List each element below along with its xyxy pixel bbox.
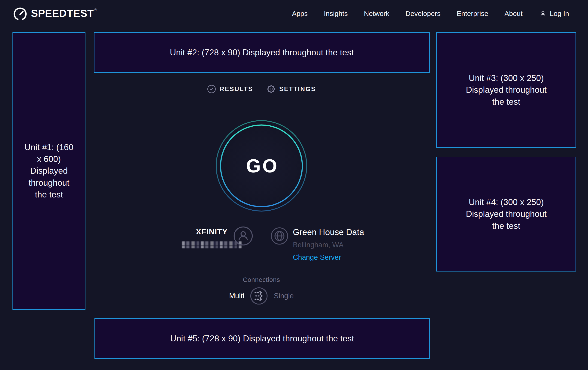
ad-unit-4[interactable]: Unit #4: (300 x 250) Displayed throughou… xyxy=(436,157,576,271)
connections-single-label[interactable]: Single xyxy=(274,292,294,300)
nav-menu: Apps Insights Network Developers Enterpr… xyxy=(292,10,569,18)
ad-unit-3-text: Unit #3: (300 x 250) Displayed throughou… xyxy=(460,72,552,108)
isp-block: XFINITY xyxy=(182,227,242,248)
connections-label: Connections xyxy=(243,276,280,283)
tab-results[interactable]: RESULTS xyxy=(207,84,253,94)
change-server-link[interactable]: Change Server xyxy=(293,253,341,261)
top-nav-bar: SPEEDTEST® Apps Insights Network Develop… xyxy=(0,0,588,27)
server-location: Bellingham, WA xyxy=(293,241,343,249)
gear-icon xyxy=(266,84,276,94)
ad-unit-5-text: Unit #5: (728 x 90) Displayed throughout… xyxy=(170,333,354,344)
avatar-icon xyxy=(233,226,253,246)
tab-settings-label: SETTINGS xyxy=(279,86,316,93)
isp-name: XFINITY xyxy=(196,227,228,236)
brand-name: SPEEDTEST xyxy=(31,7,94,19)
nav-item-insights[interactable]: Insights xyxy=(324,10,347,18)
login-label: Log In xyxy=(550,10,569,18)
speedtest-logo[interactable]: SPEEDTEST® xyxy=(13,6,97,21)
redacted-ip xyxy=(182,241,242,248)
globe-icon xyxy=(271,227,288,245)
connections-toggle[interactable] xyxy=(250,287,268,305)
nav-item-network[interactable]: Network xyxy=(364,10,389,18)
connections-toggle-row: Multi Single xyxy=(229,287,294,305)
login-button[interactable]: Log In xyxy=(539,10,569,18)
user-icon xyxy=(539,10,547,18)
server-name: Green House Data xyxy=(293,228,364,237)
ad-unit-2[interactable]: Unit #2: (728 x 90) Displayed throughout… xyxy=(94,32,430,73)
go-button[interactable]: GO xyxy=(214,119,309,213)
ad-unit-1[interactable]: Unit #1: (160 x 600) Displayed throughou… xyxy=(12,32,85,310)
ad-unit-5[interactable]: Unit #5: (728 x 90) Displayed throughout… xyxy=(94,318,430,359)
ad-unit-3[interactable]: Unit #3: (300 x 250) Displayed throughou… xyxy=(436,32,576,148)
speedometer-icon xyxy=(13,7,27,21)
speedtest-page: SPEEDTEST® Apps Insights Network Develop… xyxy=(0,0,588,370)
nav-item-enterprise[interactable]: Enterprise xyxy=(457,10,488,18)
results-settings-tabs: RESULTS SETTINGS xyxy=(207,84,316,94)
ad-unit-1-text: Unit #1: (160 x 600) Displayed throughou… xyxy=(24,141,74,200)
check-circle-icon xyxy=(207,84,216,94)
ad-unit-4-text: Unit #4: (300 x 250) Displayed throughou… xyxy=(460,196,552,232)
ad-unit-2-text: Unit #2: (728 x 90) Displayed throughout… xyxy=(170,47,354,58)
nav-item-developers[interactable]: Developers xyxy=(406,10,441,18)
trademark-mark: ® xyxy=(94,8,97,11)
go-button-label: GO xyxy=(214,119,309,213)
nav-item-about[interactable]: About xyxy=(504,10,522,18)
multi-connection-icon xyxy=(250,287,268,305)
server-block: Green House Data Bellingham, WA Change S… xyxy=(293,228,364,261)
nav-item-apps[interactable]: Apps xyxy=(292,10,308,18)
tab-results-label: RESULTS xyxy=(220,86,253,93)
tab-settings[interactable]: SETTINGS xyxy=(266,84,316,94)
connections-multi-label[interactable]: Multi xyxy=(229,292,244,300)
